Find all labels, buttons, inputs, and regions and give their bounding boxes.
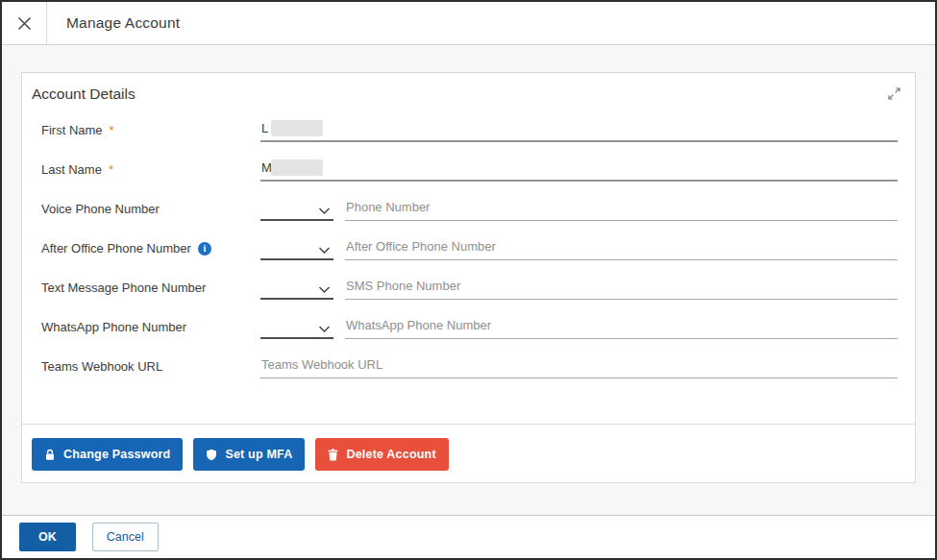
chevron-down-icon bbox=[318, 207, 331, 215]
field-row-teams-webhook-url: Teams Webhook URL bbox=[41, 347, 898, 386]
trash-icon bbox=[328, 449, 338, 461]
page-title: Manage Account bbox=[66, 2, 180, 44]
whatsapp-phone-country-dropdown[interactable] bbox=[260, 316, 333, 339]
required-asterisk: * bbox=[109, 162, 113, 177]
info-icon[interactable] bbox=[198, 242, 211, 256]
setup-mfa-button[interactable]: Set up MFA bbox=[193, 438, 305, 471]
dialog-header: Manage Account bbox=[2, 2, 935, 45]
field-label-first-name: First Name bbox=[41, 123, 103, 137]
teams-webhook-url-input[interactable] bbox=[260, 355, 898, 378]
field-label-voice-phone: Voice Phone Number bbox=[41, 202, 160, 216]
ok-button[interactable]: OK bbox=[19, 523, 76, 551]
field-row-text-message-phone: Text Message Phone Number bbox=[41, 268, 898, 307]
field-row-last-name: Last Name * bbox=[41, 150, 898, 189]
lock-icon bbox=[44, 449, 56, 461]
voice-phone-input[interactable] bbox=[345, 198, 898, 221]
cancel-button[interactable]: Cancel bbox=[92, 523, 159, 551]
field-label-after-office-phone: After Office Phone Number bbox=[41, 241, 191, 256]
chevron-down-icon bbox=[318, 286, 331, 294]
required-asterisk: * bbox=[110, 123, 114, 137]
after-office-phone-input[interactable] bbox=[345, 237, 898, 260]
chevron-down-icon bbox=[318, 247, 331, 255]
panel-title: Account Details bbox=[32, 85, 136, 102]
dialog-footer: OK Cancel bbox=[2, 515, 935, 558]
expand-button[interactable] bbox=[885, 85, 902, 102]
shield-icon bbox=[206, 449, 217, 461]
whatsapp-phone-input[interactable] bbox=[345, 316, 898, 339]
field-row-first-name: First Name * bbox=[41, 110, 898, 150]
delete-account-button[interactable]: Delete Account bbox=[315, 438, 448, 471]
expand-icon bbox=[888, 87, 900, 100]
field-label-text-message-phone: Text Message Phone Number bbox=[41, 280, 206, 295]
first-name-input[interactable] bbox=[260, 119, 898, 142]
field-row-whatsapp-phone: WhatsApp Phone Number bbox=[41, 307, 898, 347]
delete-account-label: Delete Account bbox=[346, 448, 435, 461]
sms-phone-country-dropdown[interactable] bbox=[260, 277, 333, 300]
after-office-phone-country-dropdown[interactable] bbox=[260, 237, 333, 260]
chevron-down-icon bbox=[318, 326, 331, 333]
redacted-value bbox=[271, 120, 323, 136]
field-label-whatsapp-phone: WhatsApp Phone Number bbox=[41, 320, 186, 334]
setup-mfa-label: Set up MFA bbox=[225, 448, 292, 461]
panel-header: Account Details bbox=[22, 73, 915, 106]
field-row-voice-phone: Voice Phone Number bbox=[41, 189, 898, 229]
voice-phone-country-dropdown[interactable] bbox=[260, 198, 333, 221]
x-icon bbox=[16, 15, 33, 32]
form-rows: First Name * Last Name * bbox=[22, 110, 915, 386]
field-row-after-office-phone: After Office Phone Number bbox=[41, 229, 898, 268]
last-name-input[interactable] bbox=[260, 158, 898, 182]
field-label-teams-webhook-url: Teams Webhook URL bbox=[41, 359, 162, 374]
change-password-button[interactable]: Change Password bbox=[32, 438, 183, 471]
close-button[interactable] bbox=[2, 2, 47, 44]
account-actions: Change Password Set up MFA Delete Accoun… bbox=[22, 425, 915, 471]
redacted-value bbox=[271, 159, 323, 176]
account-details-panel: Account Details First Name * bbox=[21, 72, 916, 483]
field-label-last-name: Last Name bbox=[41, 162, 102, 177]
sms-phone-input[interactable] bbox=[345, 277, 898, 300]
change-password-label: Change Password bbox=[63, 448, 170, 461]
